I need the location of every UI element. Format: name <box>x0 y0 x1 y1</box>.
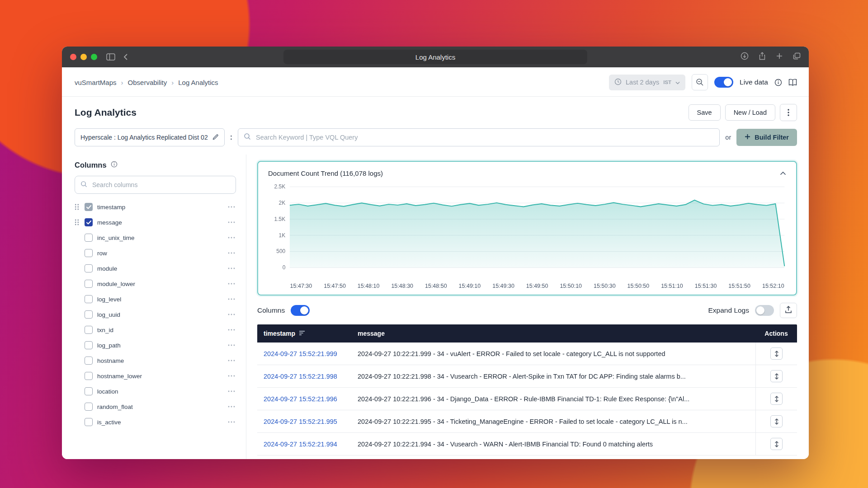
column-label: timestamp <box>97 204 125 211</box>
column-more-options-icon[interactable] <box>228 360 236 361</box>
breadcrumb-item-observability[interactable]: Observability <box>128 79 167 86</box>
column-checkbox[interactable] <box>85 418 93 426</box>
expand-logs-toggle[interactable] <box>755 305 774 316</box>
column-list-item[interactable]: hostname <box>75 353 236 368</box>
live-data-toggle[interactable] <box>714 77 733 88</box>
column-checkbox[interactable] <box>85 387 93 395</box>
column-checkbox[interactable] <box>85 280 93 288</box>
column-more-options-icon[interactable] <box>228 314 236 315</box>
column-checkbox[interactable] <box>85 295 93 303</box>
message-column-header[interactable]: message <box>358 330 755 337</box>
column-more-options-icon[interactable] <box>228 421 236 423</box>
svg-text:1.5K: 1.5K <box>274 216 286 222</box>
timestamp-column-header[interactable]: timestamp <box>257 330 358 337</box>
vql-search-input[interactable] <box>255 133 714 141</box>
source-filter-pill[interactable]: Hyperscale : Log Analytics Replicated Di… <box>75 128 225 146</box>
column-checkbox[interactable] <box>85 341 93 349</box>
column-more-options-icon[interactable] <box>228 298 236 300</box>
column-list-item[interactable]: is_active <box>75 414 236 430</box>
minimize-window-button[interactable] <box>80 54 87 60</box>
column-list-item[interactable]: timestamp <box>75 199 236 215</box>
svg-text:15:50:50: 15:50:50 <box>627 283 650 289</box>
column-checkbox[interactable] <box>85 203 93 211</box>
info-icon[interactable] <box>774 79 782 86</box>
breadcrumb-item-vusmartmaps[interactable]: vuSmartMaps <box>75 79 117 86</box>
expand-log-button[interactable] <box>770 438 783 450</box>
share-icon[interactable] <box>759 52 766 62</box>
column-checkbox[interactable] <box>85 310 93 319</box>
zoom-window-button[interactable] <box>91 54 97 60</box>
column-more-options-icon[interactable] <box>228 375 236 377</box>
new-tab-icon[interactable] <box>776 52 783 61</box>
expand-log-button[interactable] <box>770 415 783 427</box>
address-bar[interactable]: Log Analytics <box>283 50 587 64</box>
column-search-input[interactable] <box>91 181 230 189</box>
expand-log-button[interactable] <box>770 370 783 382</box>
drag-handle-icon[interactable] <box>75 203 80 211</box>
column-more-options-icon[interactable] <box>228 237 236 239</box>
expand-log-button[interactable] <box>770 393 783 405</box>
tabs-overview-icon[interactable] <box>793 52 801 61</box>
more-options-button[interactable] <box>780 104 797 121</box>
column-list-item[interactable]: message <box>75 215 236 230</box>
log-timestamp-link[interactable]: 2024-09-27 15:52:21.998 <box>257 365 358 387</box>
column-more-options-icon[interactable] <box>228 329 236 331</box>
time-range-picker[interactable]: Last 2 days IST <box>609 75 685 90</box>
column-more-options-icon[interactable] <box>228 206 236 208</box>
column-more-options-icon[interactable] <box>228 344 236 346</box>
column-list: timestampmessageinc_unix_timerowmodulemo… <box>75 199 236 430</box>
column-checkbox[interactable] <box>85 264 93 272</box>
close-window-button[interactable] <box>70 54 76 60</box>
column-list-item[interactable]: log_level <box>75 291 236 307</box>
drag-handle-icon[interactable] <box>75 219 80 226</box>
save-button[interactable]: Save <box>689 104 721 121</box>
collapse-chart-chevron-up-icon[interactable] <box>780 169 786 177</box>
build-filter-button[interactable]: Build Filter <box>736 129 797 146</box>
column-more-options-icon[interactable] <box>228 283 236 285</box>
column-checkbox[interactable] <box>85 372 93 380</box>
column-list-item[interactable]: txn_id <box>75 322 236 338</box>
column-list-item[interactable]: module <box>75 261 236 276</box>
column-label: log_level <box>97 296 121 303</box>
column-list-item[interactable]: log_path <box>75 338 236 353</box>
build-filter-label: Build Filter <box>755 134 789 141</box>
column-list-item[interactable]: log_uuid <box>75 307 236 322</box>
log-timestamp-link[interactable]: 2024-09-27 15:52:21.995 <box>257 410 358 432</box>
column-list-item[interactable]: inc_unix_time <box>75 230 236 245</box>
edit-pencil-icon[interactable] <box>212 134 219 141</box>
column-sort-icon[interactable] <box>299 330 305 337</box>
log-timestamp-link[interactable]: 2024-09-27 15:52:21.999 <box>257 343 358 365</box>
zoom-out-button[interactable] <box>692 74 708 90</box>
export-button[interactable] <box>780 303 797 318</box>
address-bar-title: Log Analytics <box>415 53 455 61</box>
log-timestamp-link[interactable]: 2024-09-27 15:52:21.994 <box>257 433 358 455</box>
column-checkbox[interactable] <box>85 326 93 334</box>
downloads-icon[interactable] <box>741 52 749 62</box>
column-label: random_float <box>97 404 133 410</box>
column-more-options-icon[interactable] <box>228 390 236 392</box>
log-timestamp-link[interactable]: 2024-09-27 15:52:21.996 <box>257 388 358 410</box>
columns-info-icon[interactable] <box>111 161 118 169</box>
column-list-item[interactable]: random_float <box>75 399 236 414</box>
expand-log-button[interactable] <box>770 347 783 360</box>
column-list-item[interactable]: hostname_lower <box>75 368 236 384</box>
column-list-item[interactable]: row <box>75 245 236 261</box>
column-more-options-icon[interactable] <box>228 252 236 254</box>
column-list-item[interactable]: module_lower <box>75 276 236 291</box>
column-checkbox[interactable] <box>85 357 93 365</box>
column-checkbox[interactable] <box>85 249 93 257</box>
breadcrumb-item-log-analytics[interactable]: Log Analytics <box>178 79 218 86</box>
svg-text:15:49:10: 15:49:10 <box>459 283 481 289</box>
column-more-options-icon[interactable] <box>228 406 236 408</box>
column-checkbox[interactable] <box>85 218 93 226</box>
column-more-options-icon[interactable] <box>228 267 236 269</box>
new-load-button[interactable]: New / Load <box>725 104 775 121</box>
columns-toggle[interactable] <box>291 305 310 316</box>
column-checkbox[interactable] <box>85 234 93 242</box>
column-list-item[interactable]: location <box>75 384 236 399</box>
back-button[interactable] <box>123 53 128 61</box>
column-more-options-icon[interactable] <box>228 221 236 223</box>
docs-book-icon[interactable] <box>788 79 797 86</box>
sidebar-toggle-icon[interactable] <box>106 53 115 61</box>
column-checkbox[interactable] <box>85 403 93 411</box>
